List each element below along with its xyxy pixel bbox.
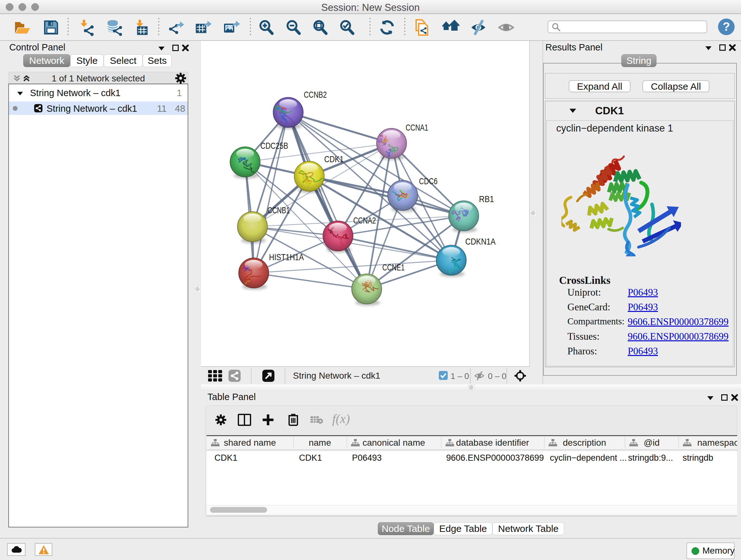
svg-text:CCNE1: CCNE1 <box>382 262 405 272</box>
svg-text:HIST1H1A: HIST1H1A <box>269 252 304 262</box>
svg-text:CDC6: CDC6 <box>419 176 437 186</box>
svg-text:CCNB2: CCNB2 <box>304 90 327 100</box>
svg-text:CDK1: CDK1 <box>324 154 344 164</box>
svg-text:CCNA2: CCNA2 <box>353 215 376 226</box>
svg-text:CDKN1A: CDKN1A <box>465 237 495 246</box>
svg-text:RB1: RB1 <box>479 194 494 204</box>
svg-text:CCNA1: CCNA1 <box>406 123 428 132</box>
svg-text:CDC25B: CDC25B <box>260 141 288 151</box>
svg-text:CCNB1: CCNB1 <box>267 205 290 215</box>
